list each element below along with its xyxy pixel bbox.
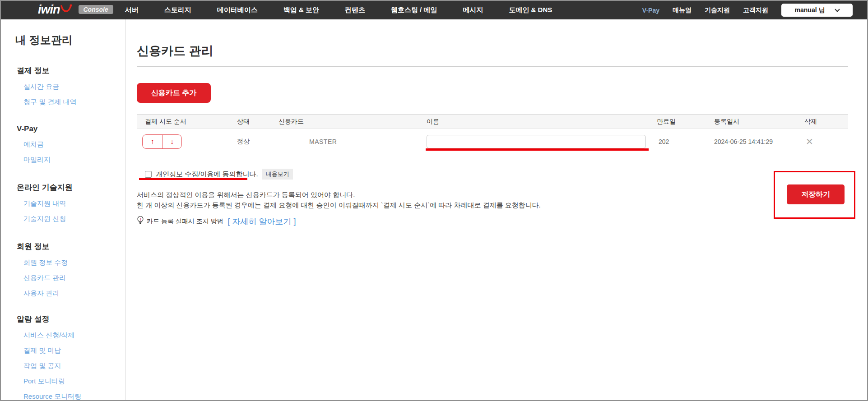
page-title: 신용카드 관리 xyxy=(137,43,848,59)
sidebar-item-resource-monitoring[interactable]: Resource 모니터링 xyxy=(23,392,125,401)
nav-item-database[interactable]: 데이터베이스 xyxy=(217,6,258,14)
sidebar-heading: V-Pay xyxy=(17,124,125,134)
col-header-expiry: 만료일 xyxy=(657,115,676,129)
logo-text: iwin xyxy=(38,4,60,16)
delete-cell: ✕ xyxy=(806,129,813,154)
sidebar-item-service-request-delete[interactable]: 서비스 신청/삭제 xyxy=(23,331,125,340)
iwinv-console-page: iwin Console 서버 스토리지 데이터베이스 백업 & 보안 컨텐츠 … xyxy=(0,0,868,401)
chevron-down-icon xyxy=(835,7,840,12)
down-arrow-icon: ↓ xyxy=(170,138,174,145)
topbar-link-vpay[interactable]: V-Pay xyxy=(642,7,659,14)
sidebar-heading: 알람 설정 xyxy=(17,314,125,324)
nav-item-server[interactable]: 서버 xyxy=(125,6,139,14)
sidebar-item-support-history[interactable]: 기술지원 내역 xyxy=(23,199,125,208)
top-navigation: 서버 스토리지 데이터베이스 백업 & 보안 컨텐츠 웹호스팅 / 메일 메시지… xyxy=(125,6,552,14)
note-line-1: 서비스의 정상적인 이용을 위해서는 신용카드가 등록되어 있어야 합니다. xyxy=(137,189,848,200)
move-up-button[interactable]: ↑ xyxy=(143,135,162,148)
up-arrow-icon: ↑ xyxy=(151,138,154,145)
console-badge: Console xyxy=(79,5,113,14)
red-underline-annotation-consent xyxy=(139,178,247,180)
main-panel: 신용카드 관리 신용카드 추가 결제 시도 순서 상태 신용카드 이름 만료일 … xyxy=(126,19,868,401)
learn-more-link[interactable]: [ 자세히 알아보기 ] xyxy=(228,216,296,227)
save-button[interactable]: 저장하기 xyxy=(787,184,845,204)
nav-item-webhosting-mail[interactable]: 웹호스팅 / 메일 xyxy=(391,6,437,14)
sidebar-heading: 결제 정보 xyxy=(17,65,125,76)
sidebar-section-member-info: 회원 정보 회원 정보 수정 신용카드 관리 사용자 관리 xyxy=(15,241,125,298)
col-header-status: 상태 xyxy=(237,115,250,129)
topbar: iwin Console 서버 스토리지 데이터베이스 백업 & 보안 컨텐츠 … xyxy=(1,1,867,19)
topbar-link-customer-support[interactable]: 고객지원 xyxy=(743,6,768,14)
sidebar-item-realtime-fee[interactable]: 실시간 요금 xyxy=(23,82,125,91)
red-underline-annotation-input xyxy=(426,148,649,151)
nav-item-message[interactable]: 메시지 xyxy=(463,6,483,14)
expiry-value: 202 xyxy=(659,129,669,154)
sidebar-item-edit-member-info[interactable]: 회원 정보 수정 xyxy=(23,258,125,267)
col-header-credit-card: 신용카드 xyxy=(279,115,304,129)
sidebar: 내 정보관리 결제 정보 실시간 요금 청구 및 결제 내역 V-Pay 예치금… xyxy=(1,19,126,401)
sidebar-item-support-request[interactable]: 기술지원 신청 xyxy=(23,214,125,223)
iwinv-logo[interactable]: iwin Console xyxy=(38,4,113,17)
info-notes: 서비스의 정상적인 이용을 위해서는 신용카드가 등록되어 있어야 합니다. 한… xyxy=(137,189,848,210)
order-button-group: ↑ ↓ xyxy=(142,134,182,149)
consent-row: 개인정보 수집/이용에 동의합니다. 내용보기 xyxy=(145,169,293,180)
col-header-registered-at: 등록일시 xyxy=(714,115,739,129)
sidebar-item-mileage[interactable]: 마일리지 xyxy=(23,155,125,164)
topbar-link-manual[interactable]: 매뉴얼 xyxy=(673,6,692,14)
sidebar-heading: 회원 정보 xyxy=(17,241,125,252)
nav-item-storage[interactable]: 스토리지 xyxy=(164,6,191,14)
sidebar-item-user-management[interactable]: 사용자 관리 xyxy=(23,289,125,298)
nav-item-domain-dns[interactable]: 도메인 & DNS xyxy=(509,6,552,14)
sidebar-item-port-monitoring[interactable]: Port 모니터링 xyxy=(23,377,125,386)
order-cell: ↑ ↓ xyxy=(142,129,182,154)
table-row: ↑ ↓ 정상 MASTER 202 2024-06-25 14:41:29 ✕ xyxy=(137,129,848,154)
sidebar-section-vpay: V-Pay 예치금 마일리지 xyxy=(15,124,125,164)
sidebar-item-payment-overdue[interactable]: 결제 및 미납 xyxy=(23,346,125,355)
delete-x-icon[interactable]: ✕ xyxy=(806,137,813,146)
credit-card-table: 결제 시도 순서 상태 신용카드 이름 만료일 등록일시 삭제 ↑ ↓ xyxy=(137,114,848,154)
title-divider xyxy=(137,66,848,67)
card-name-input[interactable] xyxy=(427,135,646,148)
registered-at-value: 2024-06-25 14:41:29 xyxy=(714,129,773,154)
account-dropdown[interactable]: manual 님 xyxy=(781,4,853,17)
sidebar-item-credit-card-management[interactable]: 신용카드 관리 xyxy=(23,273,125,282)
card-brand-value: MASTER xyxy=(309,129,337,154)
move-down-button[interactable]: ↓ xyxy=(162,135,181,148)
topbar-link-tech-support[interactable]: 기술지원 xyxy=(705,6,730,14)
topbar-utility: V-Pay 매뉴얼 기술지원 고객지원 manual 님 xyxy=(642,4,853,17)
nav-item-backup-security[interactable]: 백업 & 보안 xyxy=(283,6,319,14)
sidebar-section-payment-info: 결제 정보 실시간 요금 청구 및 결제 내역 xyxy=(15,65,125,106)
nav-item-contents[interactable]: 컨텐츠 xyxy=(345,6,365,14)
col-header-payment-order: 결제 시도 순서 xyxy=(145,115,186,129)
sidebar-item-deposit[interactable]: 예치금 xyxy=(23,140,125,149)
status-value: 정상 xyxy=(237,129,250,154)
account-name: manual 님 xyxy=(795,6,825,14)
table-header-row: 결제 시도 순서 상태 신용카드 이름 만료일 등록일시 삭제 xyxy=(137,114,848,129)
sidebar-item-work-notice[interactable]: 작업 및 공지 xyxy=(23,361,125,370)
smile-icon xyxy=(60,4,72,17)
sidebar-section-online-support: 온라인 기술지원 기술지원 내역 기술지원 신청 xyxy=(15,182,125,223)
col-header-name: 이름 xyxy=(427,115,439,129)
consent-label: 개인정보 수집/이용에 동의합니다. xyxy=(156,170,258,179)
sidebar-heading: 온라인 기술지원 xyxy=(17,182,125,193)
lightbulb-icon: ! xyxy=(137,216,144,227)
tip-label: 카드 등록 실패시 조치 방법 xyxy=(147,217,223,226)
add-credit-card-button[interactable]: 신용카드 추가 xyxy=(137,83,211,103)
sidebar-title: 내 정보관리 xyxy=(15,33,125,47)
tip-row: ! 카드 등록 실패시 조치 방법 [ 자세히 알아보기 ] xyxy=(137,216,848,227)
consent-checkbox[interactable] xyxy=(145,171,152,178)
content-area: 내 정보관리 결제 정보 실시간 요금 청구 및 결제 내역 V-Pay 예치금… xyxy=(1,19,867,401)
col-header-delete: 삭제 xyxy=(804,115,817,129)
sidebar-section-alarm-settings: 알람 설정 서비스 신청/삭제 결제 및 미납 작업 및 공지 Port 모니터… xyxy=(15,314,125,401)
svg-text:!: ! xyxy=(140,217,141,221)
sidebar-item-billing-history[interactable]: 청구 및 결제 내역 xyxy=(23,97,125,106)
note-line-2: 한 개 이상의 신용카드가 등록된 경우에는 결제 요청에 대한 승인이 이뤄질… xyxy=(137,200,848,210)
view-terms-button[interactable]: 내용보기 xyxy=(262,169,293,180)
